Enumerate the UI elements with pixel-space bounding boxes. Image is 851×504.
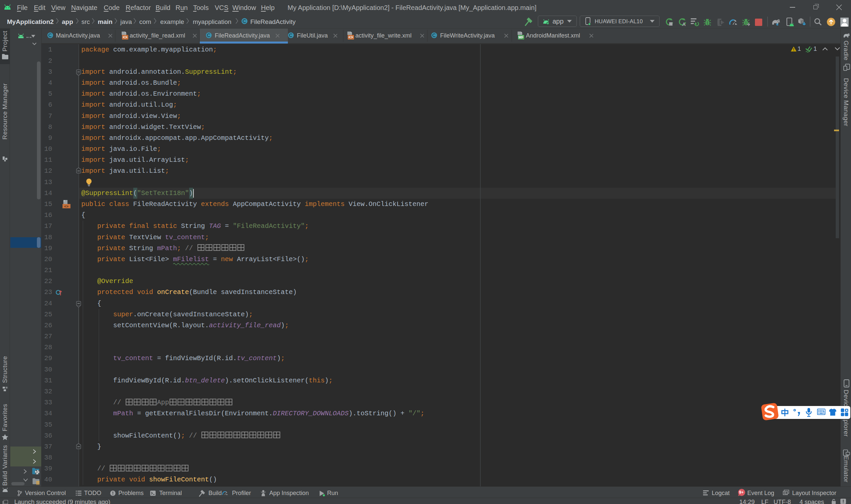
svg-text:A: A xyxy=(682,21,686,27)
svg-text:<>: <> xyxy=(64,205,69,209)
svg-text:MF: MF xyxy=(518,35,524,39)
svg-text:<>: <> xyxy=(348,35,353,40)
svg-text:<>: <> xyxy=(123,35,127,40)
svg-text:9+: 9+ xyxy=(739,490,744,495)
